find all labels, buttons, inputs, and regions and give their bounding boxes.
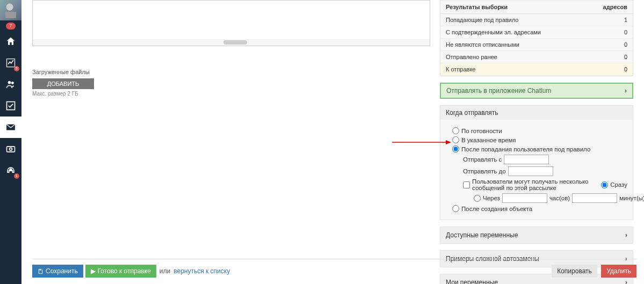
chevron-right-icon: › [625,87,627,94]
multi-checkbox[interactable] [463,181,470,188]
table-row: Попадающие под правило1 [440,14,633,26]
when-panel: Когда отправлять По готовности В указанн… [440,105,633,220]
sidebar-item-users[interactable] [0,74,21,95]
chevron-right-icon: › [625,231,627,239]
copy-button[interactable]: Копировать [552,265,597,278]
table-row: Не являются отписанными0 [440,39,633,51]
svg-rect-9 [40,269,41,270]
radio-ready[interactable] [452,127,459,134]
radio-immediate[interactable] [601,181,608,188]
or-text: или [160,267,170,275]
results-header-left: Результаты выборки [440,1,585,14]
svg-point-6 [10,168,12,171]
collapsible-vars[interactable]: Доступные переменные› [440,227,633,244]
svg-point-1 [11,82,13,84]
radio-after[interactable] [474,195,481,202]
left-sidebar: 7 5 1 [0,0,21,284]
sidebar-item-mail[interactable] [0,116,21,138]
svg-point-5 [10,148,12,150]
back-link[interactable]: вернуться к списку [173,267,230,275]
uploaded-files-label: Загруженные файлы [32,69,430,75]
add-file-button[interactable]: ДОБАВИТЬ [32,78,94,89]
sidebar-top-badge: 7 [6,23,15,30]
radio-rule[interactable] [452,145,459,152]
sidebar-item-headset[interactable]: 1 [0,159,21,181]
svg-point-0 [8,81,11,84]
ready-button[interactable]: ▶Готово к отправке [85,265,156,278]
table-row: С подтвержденными эл. адресами0 [440,26,633,39]
editor-area[interactable] [32,0,430,46]
chatium-toggle[interactable]: Отправлять в приложение Chatium › [440,83,633,99]
table-row: К отправке0 [440,63,633,76]
save-button[interactable]: Сохранить [32,265,83,278]
sidebar-item-home[interactable] [0,31,21,52]
minutes-input[interactable] [572,193,617,203]
when-header[interactable]: Когда отправлять [440,106,633,120]
avatar[interactable] [0,0,21,20]
max-size-hint: Макс. размер 2 ГБ [32,91,430,97]
sidebar-item-check[interactable] [0,95,21,116]
headset-badge: 1 [14,173,19,179]
table-row: Отправлено ранее0 [440,51,633,63]
sidebar-item-chart[interactable]: 5 [0,52,21,74]
chevron-right-icon: › [625,279,627,284]
results-panel: Результаты выборки адресов Попадающие по… [440,0,633,76]
editor-scrollbar[interactable] [33,39,430,46]
sidebar-item-camera[interactable] [0,138,21,159]
footer-bar: Сохранить ▶Готово к отправке или вернуть… [32,259,636,278]
play-icon: ▶ [91,267,96,275]
radio-object[interactable] [452,205,459,212]
chatium-label: Отправлять в приложение Chatium [446,87,551,94]
send-from-input[interactable] [504,155,549,164]
svg-rect-4 [7,147,15,152]
hours-input[interactable] [502,193,547,203]
radio-time[interactable] [452,136,459,143]
results-table: Результаты выборки адресов Попадающие по… [440,1,633,76]
chart-badge: 5 [14,66,19,71]
send-to-input[interactable] [508,166,553,176]
results-header-right: адресов [585,1,633,14]
delete-button[interactable]: Удалить [601,265,636,278]
